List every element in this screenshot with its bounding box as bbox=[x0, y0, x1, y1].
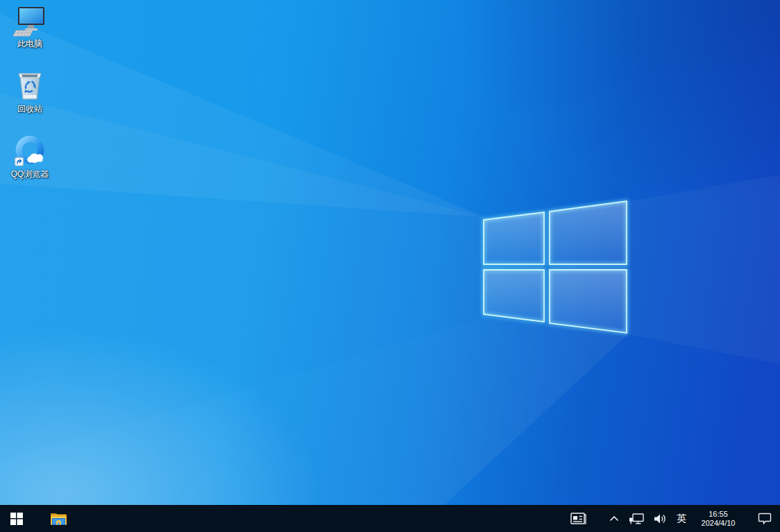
action-center-icon bbox=[758, 513, 772, 524]
desktop-icon-label: QQ浏览器 bbox=[11, 170, 49, 179]
desktop-icon-label: 此电脑 bbox=[17, 40, 42, 49]
show-hidden-icons-button[interactable] bbox=[604, 505, 624, 532]
hidden-icons-chevron bbox=[609, 515, 619, 522]
clock-time: 16:55 bbox=[709, 510, 728, 519]
file-explorer-icon bbox=[50, 511, 67, 526]
taskbar-clock[interactable]: 16:55 2024/4/10 bbox=[691, 505, 745, 532]
qq-browser-icon bbox=[13, 135, 46, 168]
recycle-bin-icon bbox=[13, 69, 46, 103]
news-and-interests-button[interactable] bbox=[562, 505, 595, 532]
action-center-button[interactable] bbox=[749, 505, 780, 532]
network-button[interactable] bbox=[624, 505, 649, 532]
start-button[interactable] bbox=[0, 505, 33, 532]
desktop-icon-this-pc[interactable]: 此电脑 bbox=[3, 4, 57, 49]
desktop-icon-qq-browser[interactable]: QQ浏览器 bbox=[3, 135, 57, 179]
ime-language-label: 英 bbox=[677, 513, 686, 525]
desktop-icon-label: 回收站 bbox=[17, 105, 42, 114]
ime-language-button[interactable]: 英 bbox=[672, 505, 691, 532]
desktop-icon-recycle-bin[interactable]: 回收站 bbox=[3, 69, 57, 114]
volume-icon bbox=[654, 513, 667, 524]
file-explorer-button[interactable] bbox=[42, 505, 75, 532]
desktop-surface[interactable]: 此电脑 bbox=[0, 0, 780, 505]
start-icon bbox=[10, 513, 23, 525]
news-icon bbox=[570, 513, 586, 524]
volume-button[interactable] bbox=[649, 505, 672, 532]
ethernet-network-icon bbox=[629, 513, 644, 524]
system-tray: 英 16:55 2024/4/10 bbox=[562, 505, 780, 532]
this-pc-icon bbox=[13, 4, 46, 37]
windows-light-wallpaper bbox=[0, 0, 780, 505]
taskbar: 英 16:55 2024/4/10 bbox=[0, 505, 780, 532]
windows-desktop-screen: 此电脑 bbox=[0, 0, 780, 532]
clock-date: 2024/4/10 bbox=[702, 519, 736, 528]
